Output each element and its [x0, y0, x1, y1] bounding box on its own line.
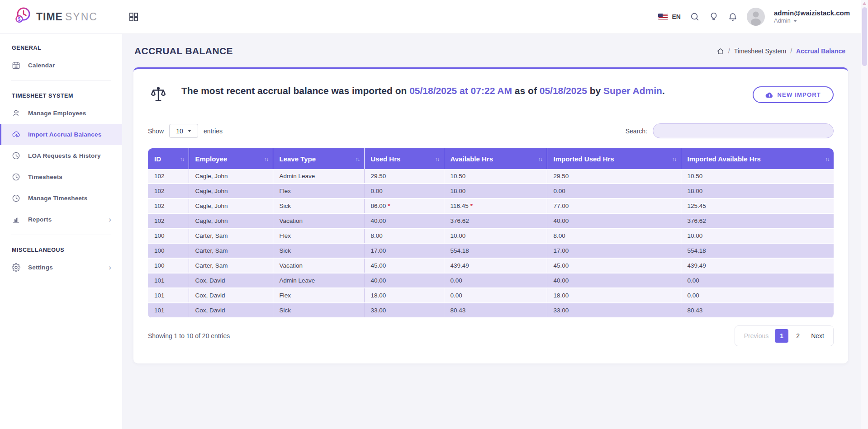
scales-icon — [150, 85, 167, 105]
cell-id: 100 — [148, 243, 189, 258]
new-import-label: NEW IMPORT — [778, 91, 821, 98]
breadcrumb-item-accrual-balance: Accrual Balance — [796, 47, 845, 55]
cell-imported-used-hrs: 8.00 — [547, 228, 681, 243]
page-button-1[interactable]: 1 — [775, 329, 788, 343]
cell-used-hrs: 45.00 — [364, 258, 444, 273]
cell-imported-available-hrs: 554.18 — [681, 243, 834, 258]
cell-employee: Carter, Sam — [189, 243, 273, 258]
cell-imported-available-hrs: 0.00 — [681, 273, 834, 288]
sidebar-item-manage-timesheets[interactable]: Manage Timesheets — [0, 188, 122, 209]
cell-employee: Cox, David — [189, 273, 273, 288]
column-label: Used Hrs — [371, 155, 401, 163]
top-bar: $ TIME SYNC EN — [0, 0, 868, 34]
sidebar-item-import-accrual-balances[interactable]: Import Accrual Balances — [0, 124, 122, 145]
table-row: 102Cagle, JohnAdmin Leave29.5010.5029.50… — [148, 169, 834, 184]
user-menu[interactable]: admin@waizistack.com Admin — [774, 9, 850, 25]
user-avatar-icon[interactable] — [747, 8, 765, 26]
scroll-up-arrow-icon[interactable] — [863, 2, 866, 5]
notice-text-segment: by — [587, 85, 603, 96]
next-page-button[interactable]: Next — [807, 329, 828, 343]
cell-available-hrs: 0.00 — [444, 288, 547, 303]
sort-arrows-icon: ↑↓ — [825, 156, 829, 162]
sidebar-item-calendar[interactable]: Calendar — [0, 55, 122, 76]
table-search-input[interactable] — [653, 123, 834, 138]
accrual-table: ID↑↓Employee↑↓Leave Type↑↓Used Hrs↑↓Avai… — [148, 148, 834, 318]
chevron-down-icon — [793, 20, 797, 22]
cell-available-hrs: 116.45* — [444, 198, 547, 213]
column-header-imported-available-hrs[interactable]: Imported Available Hrs↑↓ — [681, 148, 834, 169]
table-row: 102Cagle, JohnVacation40.00376.6240.0037… — [148, 213, 834, 228]
chevron-right-icon: › — [109, 264, 111, 271]
home-icon[interactable] — [716, 47, 724, 55]
page-button-2[interactable]: 2 — [791, 329, 805, 343]
page-length-select[interactable]: 10 — [169, 124, 198, 138]
column-label: Imported Used Hrs — [554, 155, 614, 163]
clock-icon — [12, 151, 22, 160]
accrual-balance-card: The most recent accrual balance was impo… — [133, 67, 848, 363]
column-header-employee[interactable]: Employee↑↓ — [189, 148, 273, 169]
page-scrollbar[interactable] — [861, 0, 868, 429]
user-role: Admin — [774, 17, 791, 24]
cell-imported-used-hrs: 29.50 — [547, 169, 681, 184]
cell-imported-used-hrs: 0.00 — [547, 184, 681, 198]
cell-leave-type: Sick — [273, 303, 364, 318]
sidebar-divider — [11, 80, 111, 81]
cell-employee: Carter, Sam — [189, 228, 273, 243]
column-label: Available Hrs — [451, 155, 493, 163]
sidebar-item-settings[interactable]: Settings› — [0, 257, 122, 278]
cell-imported-available-hrs: 18.00 — [681, 184, 834, 198]
notice-text-segment: as of — [512, 85, 540, 96]
previous-page-button[interactable]: Previous — [740, 329, 772, 343]
svg-text:$: $ — [18, 17, 21, 22]
new-import-button[interactable]: NEW IMPORT — [753, 86, 834, 103]
cell-imported-used-hrs: 18.00 — [547, 288, 681, 303]
cell-id: 102 — [148, 169, 189, 184]
column-header-available-hrs[interactable]: Available Hrs↑↓ — [444, 148, 547, 169]
brand-logo[interactable]: $ TIME SYNC — [0, 6, 122, 28]
grid-icon[interactable] — [129, 13, 138, 21]
column-header-imported-used-hrs[interactable]: Imported Used Hrs↑↓ — [547, 148, 681, 169]
table-summary: Showing 1 to 10 of 20 entries — [148, 332, 230, 339]
search-label: Search: — [626, 127, 647, 135]
lightbulb-icon[interactable] — [709, 12, 719, 22]
clock-icon — [12, 194, 22, 203]
column-header-used-hrs[interactable]: Used Hrs↑↓ — [364, 148, 444, 169]
cell-id: 102 — [148, 184, 189, 198]
sidebar-item-timesheets[interactable]: Timesheets — [0, 166, 122, 188]
cell-imported-used-hrs: 45.00 — [547, 258, 681, 273]
notice-highlight: 05/18/2025 at 07:22 AM — [409, 85, 512, 96]
notice-highlight: Super Admin — [603, 85, 662, 96]
language-selector[interactable]: EN — [658, 13, 681, 20]
sidebar-item-label: Settings — [28, 264, 53, 271]
search-icon[interactable] — [690, 12, 700, 22]
cell-available-hrs: 80.43 — [444, 303, 547, 318]
show-label: Show — [148, 127, 164, 135]
language-label: EN — [672, 13, 681, 20]
sort-arrows-icon: ↑↓ — [264, 156, 268, 162]
column-header-leave-type[interactable]: Leave Type↑↓ — [273, 148, 364, 169]
cell-used-hrs: 8.00 — [364, 228, 444, 243]
mismatch-asterisk: * — [470, 203, 473, 209]
sort-arrows-icon: ↑↓ — [672, 156, 676, 162]
sidebar-item-reports[interactable]: Reports› — [0, 209, 122, 230]
scrollbar-thumb[interactable] — [862, 7, 867, 66]
column-label: Employee — [195, 155, 228, 163]
cell-leave-type: Vacation — [273, 213, 364, 228]
cell-leave-type: Flex — [273, 288, 364, 303]
bell-icon[interactable] — [728, 12, 738, 22]
cell-leave-type: Admin Leave — [273, 169, 364, 184]
sidebar-sections: GENERALCalendarTIMESHEET SYSTEMManage Em… — [0, 38, 122, 278]
sidebar-item-loa-requests-history[interactable]: LOA Requests & History — [0, 145, 122, 166]
cell-employee: Cagle, John — [189, 213, 273, 228]
cell-imported-used-hrs: 33.00 — [547, 303, 681, 318]
cell-id: 101 — [148, 273, 189, 288]
cell-imported-used-hrs: 40.00 — [547, 213, 681, 228]
breadcrumb-item-timesheet-system[interactable]: Timesheet System — [734, 47, 786, 55]
cloud-upload-icon — [765, 92, 773, 98]
column-header-id[interactable]: ID↑↓ — [148, 148, 189, 169]
clock-dollar-icon: $ — [14, 6, 33, 28]
calendar-icon — [12, 61, 22, 70]
cell-id: 101 — [148, 303, 189, 318]
sidebar-item-manage-employees[interactable]: Manage Employees — [0, 103, 122, 124]
cell-used-hrs: 18.00 — [364, 288, 444, 303]
